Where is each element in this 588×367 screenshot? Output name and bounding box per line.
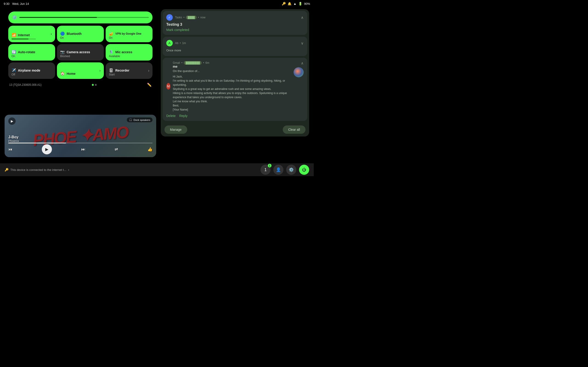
status-bar: 9:30 Wed, Jun 14 🔑 🔔 ▲ 🔋 90%	[0, 0, 314, 7]
recorder-icon: 🎚️	[109, 68, 113, 73]
tasks-mark-completed[interactable]: Mark completed	[166, 28, 304, 32]
music-controls-row: ⏮ ▶ ⏭ ⇌ 👍	[8, 144, 153, 154]
dot-1	[92, 84, 94, 86]
ab-app-icon: A	[166, 40, 173, 46]
gmail-time: 6m	[205, 61, 209, 65]
tasks-meta-dot2: •	[198, 16, 199, 19]
vpn-bottom-icon: 🔑	[5, 168, 9, 172]
tile-recorder-subtitle: Start	[109, 73, 149, 76]
tile-bluetooth-subtitle: On	[60, 36, 101, 40]
music-progress-bar[interactable]	[8, 143, 153, 143]
tile-recorder[interactable]: 🎚️ Recorder › Start	[106, 62, 153, 79]
tasks-time: now	[200, 16, 205, 19]
gmail-meta-badge: ████████	[184, 61, 202, 65]
tile-home[interactable]: 🏠 Home ›	[57, 62, 104, 79]
music-player: PHOЕ ✦AMO ▶ 🎧 Dock speakers J-Boy Phoeni…	[5, 115, 156, 157]
tile-mic[interactable]: 🎙️ Mic access Available	[106, 44, 153, 60]
music-next-button[interactable]: ⏭	[81, 147, 86, 152]
mic-icon: 🎙️	[109, 50, 113, 54]
vpn-notice-text: This device is connected to the internet…	[10, 168, 66, 172]
build-info: 13 (TQ3A.230605.009.A1)	[9, 83, 42, 86]
status-time: 9:30	[4, 2, 9, 6]
settings-button[interactable]: ⚙️	[286, 165, 296, 175]
tile-vpn[interactable]: 🔐 VPN by Google One On	[106, 26, 153, 42]
gmail-delete-button[interactable]: Delete	[166, 114, 175, 118]
apps-count: 1	[264, 167, 267, 172]
tile-bluetooth[interactable]: 🔵 Bluetooth On	[57, 26, 104, 42]
user-icon: 👤	[276, 167, 281, 172]
tile-internet-arrow: ›	[51, 32, 52, 36]
tile-vpn-title: VPN by Google One	[115, 32, 141, 35]
tile-airplane[interactable]: ✈️ Airplane mode Off	[8, 62, 55, 79]
tile-internet[interactable]: 📶 Internet ›	[8, 26, 55, 42]
tasks-chevron-up[interactable]: ∧	[301, 15, 304, 20]
tile-camera-title: Camera access	[67, 50, 90, 54]
tile-autorotate[interactable]: 🔄 Auto-rotate On	[8, 44, 55, 60]
tasks-meta-dot: •	[183, 16, 184, 19]
tile-recorder-arrow: ›	[148, 69, 149, 73]
notif-ab: A Ab • 1m ∨ Once more	[163, 37, 307, 56]
tile-bluetooth-title: Bluetooth	[67, 32, 82, 35]
notif-tasks-meta: Tasks • ████ • now	[175, 16, 205, 19]
home-icon: 🏠	[60, 71, 65, 76]
brightness-row[interactable]: ⚙️	[8, 11, 153, 23]
vpn-icon: 🔐	[109, 31, 113, 36]
dock-badge[interactable]: 🎧 Dock speakers	[127, 117, 153, 122]
tasks-meta-badge: ████	[186, 16, 197, 19]
tasks-app-name: Tasks	[175, 16, 182, 19]
notif-gmail-meta: Gmail • ████████ • 6m	[173, 61, 294, 65]
tile-airplane-subtitle: Off	[11, 73, 52, 76]
apps-button[interactable]: 1	[260, 165, 271, 175]
music-play-button[interactable]: ▶	[42, 144, 52, 154]
tile-vpn-subtitle: On	[109, 36, 149, 40]
airplane-icon: ✈️	[11, 68, 16, 73]
vpn-notice: 🔑 This device is connected to the intern…	[5, 168, 258, 172]
vpn-notice-arrow[interactable]: ›	[68, 168, 69, 172]
manage-button[interactable]: Manage	[164, 125, 187, 134]
tile-recorder-title: Recorder	[115, 69, 129, 72]
gmail-avatar	[294, 67, 304, 77]
tasks-title: Testing 3	[166, 23, 304, 27]
ab-chevron-down[interactable]: ∨	[301, 41, 304, 45]
ab-meta-dot: •	[180, 42, 181, 45]
gmail-app-name: Gmail	[173, 61, 180, 65]
mute-icon: 🔔	[288, 2, 292, 6]
bottom-bar: 🔑 This device is connected to the intern…	[0, 163, 314, 176]
vpn-status-icon: 🔑	[282, 2, 286, 6]
notifications-panel: ✓ Tasks • ████ • now ∧ Testing 3 Mark co…	[161, 9, 309, 136]
wifi-status-icon: ▲	[293, 2, 296, 6]
edit-icon[interactable]: ✏️	[147, 83, 152, 87]
gmail-actions: Delete Reply	[166, 114, 304, 118]
power-button[interactable]: ⏻	[299, 165, 309, 175]
tile-mic-subtitle: Available	[109, 55, 149, 58]
brightness-slider[interactable]	[19, 17, 149, 18]
music-app-icon: ▶	[8, 117, 16, 125]
gmail-meta-dot: •	[182, 61, 182, 65]
bluetooth-icon: 🔵	[60, 31, 65, 36]
ab-time: 1m	[182, 42, 186, 45]
clear-all-button[interactable]: Clear all	[283, 125, 305, 134]
page-indicators	[92, 84, 97, 86]
rotate-icon: 🔄	[11, 50, 16, 54]
gmail-app-icon: M	[166, 83, 170, 90]
dock-label: Dock speakers	[133, 119, 150, 121]
tile-grid: 📶 Internet › 🔵 Bluetooth On 🔐 VPN by Goo…	[8, 26, 153, 79]
gmail-chevron-up[interactable]: ∧	[301, 61, 304, 65]
notif-ab-meta: Ab • 1m	[175, 42, 186, 45]
notif-gmail: M Gmail • ████████ • 6m me On the questi…	[163, 58, 307, 121]
battery-percent: 90%	[304, 2, 310, 6]
gmail-sender: me	[173, 65, 294, 68]
tile-home-arrow: ›	[99, 69, 101, 73]
wifi-icon: 📶	[11, 33, 16, 37]
gmail-reply-button[interactable]: Reply	[179, 114, 187, 118]
music-prev-button[interactable]: ⏮	[8, 147, 12, 152]
tile-camera[interactable]: 📷 Camera access Blocked	[57, 44, 104, 60]
battery-icon: 🔋	[298, 2, 302, 6]
user-button[interactable]: 👤	[273, 165, 284, 175]
tasks-app-icon: ✓	[166, 14, 173, 21]
headphone-icon: 🎧	[129, 118, 132, 121]
gmail-meta-dot2: •	[203, 61, 204, 65]
tile-autorotate-subtitle: On	[11, 55, 52, 58]
music-shuffle-button[interactable]: ⇌	[115, 147, 118, 152]
music-like-button[interactable]: 👍	[147, 147, 153, 152]
